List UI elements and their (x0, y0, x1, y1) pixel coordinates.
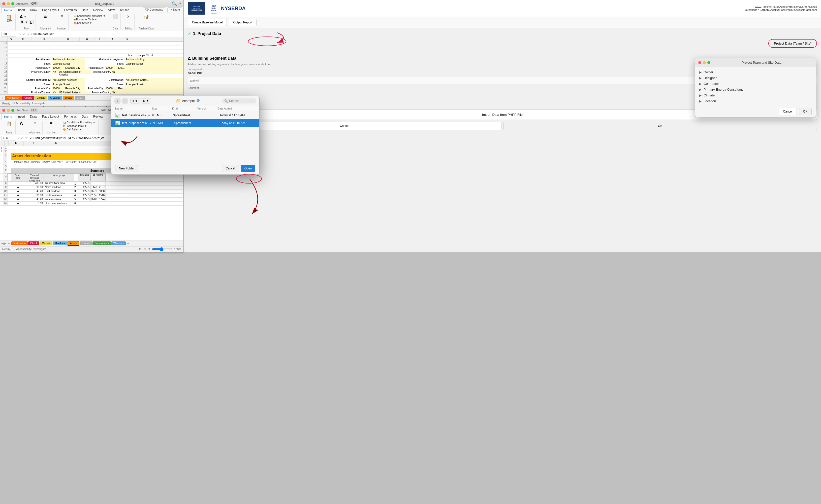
cell-styles-btn[interactable]: 🎨 Cell Styles ▼ (73, 21, 107, 25)
sheet-tab-check-top[interactable]: Check (22, 96, 34, 100)
ny-state-svg: NEW YORK STATE Supported (208, 2, 220, 15)
dialog-cancel-button[interactable]: Cancel (222, 165, 239, 172)
status-ready-top: Ready (2, 102, 10, 105)
ny-state-emblem: NEW YORK STATE Supported (208, 2, 220, 15)
format-as-table-btn[interactable]: ⊞ Format as Table ▼ (73, 18, 107, 21)
underline-button[interactable]: U (29, 20, 33, 24)
svg-text:↻: ↻ (197, 99, 199, 102)
view-layout-icon[interactable]: ⊡ (143, 247, 146, 251)
sheet-tab-climate-top[interactable]: Climate (34, 96, 47, 100)
sheet-tab-gro-top[interactable]: Gro... (75, 96, 85, 100)
format-table-btn-bottom[interactable]: ⊞ Format as Table ▼ (62, 124, 96, 128)
minimize-button[interactable] (7, 2, 10, 5)
cell-styles-btn-bottom[interactable]: 🎨 Cell Styles ▼ (62, 128, 96, 131)
formula-cancel-bottom[interactable]: ✕ (17, 136, 20, 140)
share-icon[interactable]: ↗ (178, 1, 181, 6)
tab-data[interactable]: Data (79, 7, 90, 13)
row-num-b5: 5 (3, 165, 7, 168)
file-list-spacer (111, 127, 259, 162)
folder-dropdown-btn[interactable]: ↻ (196, 99, 200, 103)
tab-tell-me[interactable]: Tell me (117, 7, 132, 13)
paste-button-bottom[interactable]: 📋 (4, 121, 13, 127)
tab-home-bottom[interactable]: Home (1, 114, 15, 120)
file-item-baseline[interactable]: 📊 test_baseline.xlsx ● 9.5 MB Spreadshee… (111, 111, 259, 119)
conditional-formatting-btn[interactable]: 📊 Conditional Formatting ▼ (73, 14, 107, 18)
tab-data-bottom[interactable]: Data (79, 114, 90, 120)
cell-ref-top[interactable] (1, 32, 16, 37)
italic-button[interactable]: I (25, 20, 28, 24)
sheet-tab-windows-bottom[interactable]: Windows (111, 241, 126, 245)
formula-confirm-bottom[interactable]: ✓ (21, 136, 23, 140)
zoom-slider[interactable] (152, 247, 172, 251)
comments-button[interactable]: 💬 Comments (143, 7, 165, 13)
cell-d3 (7, 153, 11, 160)
sheet-tab-verification-bottom[interactable]: Verification (11, 241, 28, 245)
output-report-btn[interactable]: Output Report (229, 19, 256, 26)
tab-formulas[interactable]: Formulas (61, 7, 79, 13)
sheet-tab-areas-top[interactable]: Areas (63, 96, 74, 100)
cell-d9 (7, 186, 11, 189)
file-item-proposed[interactable]: 📊 test_proposed.xlsx ● 9.5 MB Spreadshee… (111, 119, 259, 127)
search-icon[interactable]: 🔍 (172, 1, 177, 6)
cell-group-12: West windows (44, 198, 74, 201)
tab-page-layout[interactable]: Page Layout (40, 7, 61, 13)
sheet-tab-uvalues-bottom[interactable]: U-values (53, 241, 67, 245)
share-button[interactable]: ↗ Share (167, 7, 182, 13)
formula-cancel-icon[interactable]: ✕ (19, 32, 22, 36)
view-normal-icon[interactable]: ⊞ (139, 247, 141, 251)
forward-button[interactable]: › (122, 98, 128, 104)
sheet-add-btn-top[interactable]: + (1, 96, 3, 100)
close-button-bottom[interactable] (2, 109, 5, 112)
search-input[interactable] (229, 99, 254, 103)
tab-page-layout-bottom[interactable]: Page Layout (40, 114, 61, 120)
formula-input-top[interactable] (30, 32, 182, 36)
list-view-btn[interactable]: ≡ ▼ (130, 98, 140, 103)
formula-function-icon[interactable]: ƒx (26, 32, 29, 36)
tab-draw-bottom[interactable]: Draw (27, 114, 40, 120)
dialog-open-button[interactable]: Open (241, 165, 255, 172)
sheet-tab-ground-bottom[interactable]: Ground (80, 241, 92, 245)
tab-insert[interactable]: Insert (15, 7, 27, 13)
formula-fx-bottom[interactable]: ƒx (24, 136, 28, 140)
sheet-tab-climate-bottom[interactable]: Climate (40, 241, 52, 245)
tab-review[interactable]: Review (91, 7, 106, 13)
paste-button[interactable]: 📋 Paste (4, 14, 13, 23)
bold-button[interactable]: B (20, 20, 24, 24)
sheet-add-btn-bottom[interactable]: + (8, 241, 10, 245)
maximize-button-bottom[interactable] (11, 109, 14, 112)
alignment-label-bottom: Alignment (29, 131, 40, 134)
tab-view[interactable]: View (106, 7, 117, 13)
sheet-tab-areas-bottom[interactable]: Areas (67, 241, 79, 246)
cell-ref-bottom[interactable] (1, 136, 16, 140)
sheet-tab-check-bottom[interactable]: Check (28, 241, 39, 245)
tab-insert-bottom[interactable]: Insert (15, 114, 27, 120)
sheet-tab-verification-top[interactable]: Verification (5, 96, 22, 100)
font-bold-btn[interactable]: A (20, 14, 23, 20)
row-collapse-2[interactable]: 2 (0, 150, 3, 153)
cond-fmt-btn-bottom[interactable]: 📊 Conditional Formatting ▼ (62, 121, 96, 124)
tab-review-bottom[interactable]: Review (91, 114, 106, 120)
view-page-icon[interactable]: ⊟ (148, 247, 150, 251)
tab-draw[interactable]: Draw (27, 7, 40, 13)
grid-view-btn[interactable]: ⊞ ▼ (141, 98, 151, 103)
maximize-button[interactable] (11, 2, 14, 5)
tab-formulas-bottom[interactable]: Formulas (61, 114, 79, 120)
new-folder-button[interactable]: New Folder (115, 165, 138, 172)
row-collapse-1[interactable]: 1 (0, 146, 3, 150)
minimize-button-bottom[interactable] (7, 109, 10, 112)
create-baseline-btn[interactable]: Create Baseline Model (188, 19, 227, 26)
col-date-header: Date Added (218, 107, 255, 110)
formula-confirm-icon[interactable]: ✓ (23, 32, 25, 36)
scroll-sheets-right[interactable]: ▶ (4, 242, 6, 245)
back-button[interactable]: ‹ (114, 98, 121, 104)
excel-top-window: AutoSave OFF test_proposed 🔍 ↗ Home Inse… (0, 0, 183, 106)
sheet-tab-add-end[interactable]: + (127, 241, 129, 245)
sheet-tab-components-bottom[interactable]: Components (92, 241, 111, 245)
scroll-sheets-left[interactable]: ◀ (1, 242, 4, 245)
cell-arch-val: An Example Architect (52, 58, 85, 62)
sheet-tab-uvalues-top[interactable]: U-values (48, 96, 62, 100)
tab-home[interactable]: Home (1, 7, 15, 13)
close-button[interactable] (2, 2, 5, 5)
col-M-bottom: M (44, 141, 69, 146)
col-header-E: E (14, 37, 32, 41)
